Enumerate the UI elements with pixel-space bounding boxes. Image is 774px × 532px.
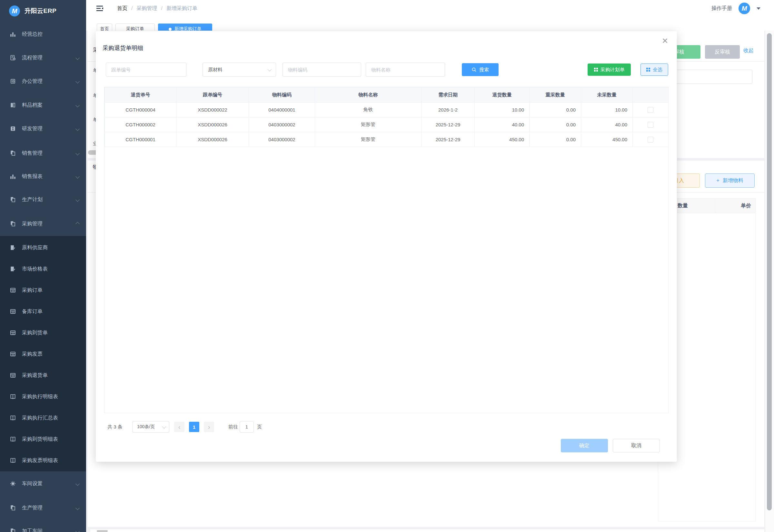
sidebar-item-purchase-invoice-detail[interactable]: 采购发票明细表: [0, 450, 86, 471]
magnifier-icon: [471, 67, 477, 72]
sidebar-item-processing-workshop[interactable]: 加工车间: [0, 525, 86, 532]
sidebar-item-label: 采购订单: [22, 287, 43, 294]
current-page-button[interactable]: 1: [189, 422, 199, 432]
sidebar-item-raw-material-suppliers[interactable]: 原料供应商: [0, 237, 86, 258]
purchase-plan-label: 采购计划单: [600, 67, 625, 73]
chevron-down-icon: [75, 127, 80, 131]
bg-bottom-strip: [90, 529, 764, 532]
table-row[interactable]: CGTH000002 XSDD000026 0403000002 矩形管 202…: [105, 117, 669, 132]
search-button[interactable]: 搜索: [462, 63, 499, 76]
sidebar-item-purchase-arrival-detail[interactable]: 采购到货明细表: [0, 429, 86, 450]
sidebar-item-business-overview[interactable]: 经营总控: [0, 28, 86, 41]
sidebar-item-purchase-arrivals[interactable]: 采购到货单: [0, 322, 86, 343]
chevron-down-icon: [75, 103, 80, 107]
sidebar-item-sales-reports[interactable]: 销售报表: [0, 170, 86, 183]
column-header-checkbox: [633, 87, 669, 103]
column-header: 未采数量: [581, 87, 633, 103]
column-header: 退货数量: [475, 87, 530, 103]
rd-badge-icon: [10, 125, 16, 132]
sidebar-item-label: 采购发票: [22, 351, 43, 358]
cell-follow-no: XSDD000022: [176, 103, 249, 117]
manual-link[interactable]: 操作手册: [711, 5, 732, 12]
row-checkbox[interactable]: [648, 107, 653, 113]
sidebar-item-rd-management[interactable]: 研发管理: [0, 122, 86, 135]
cell-material-name: 角铁: [315, 103, 422, 117]
sidebar-item-purchase-orders[interactable]: 采购订单: [0, 280, 86, 301]
book-open-icon: [10, 457, 16, 464]
breadcrumb-home[interactable]: 首页: [117, 5, 127, 12]
app-root: M 升阳云ERP 经营总控 流程管理 办公管理 料品档案 研发管理: [0, 0, 774, 532]
sidebar-item-production-management[interactable]: 生产管理: [0, 501, 86, 514]
purchase-plan-button[interactable]: 采购计划单: [588, 64, 631, 76]
cancel-button[interactable]: 取消: [613, 439, 660, 452]
next-page-button[interactable]: ›: [204, 422, 214, 432]
page-size-select[interactable]: 100条/页: [132, 421, 169, 433]
sidebar-item-label: 流程管理: [22, 54, 43, 61]
row-checkbox[interactable]: [648, 122, 653, 128]
column-header: 物料名称: [315, 87, 422, 103]
vertical-scrollbar[interactable]: [765, 31, 774, 532]
row-checkbox[interactable]: [648, 137, 653, 143]
material-name-input[interactable]: [366, 63, 445, 77]
goto-page-input[interactable]: [240, 421, 254, 433]
cell-return-qty: 10.00: [475, 103, 530, 117]
sidebar-item-material-archives[interactable]: 料品档案: [0, 99, 86, 112]
add-material-button[interactable]: + 新增物料: [705, 173, 755, 188]
breadcrumb-section[interactable]: 采购管理: [136, 5, 157, 12]
chevron-down-icon: [75, 198, 80, 202]
sidebar-item-office-management[interactable]: 办公管理: [0, 75, 86, 88]
sidebar-item-process-management[interactable]: 流程管理: [0, 51, 86, 64]
book-open-icon: [10, 415, 16, 421]
add-material-label: 新增物料: [723, 177, 743, 184]
sidebar-item-label: 原料供应商: [22, 244, 48, 251]
confirm-button[interactable]: 确定: [561, 439, 608, 452]
sidebar-item-purchase-exec-detail[interactable]: 采购执行明细表: [0, 386, 86, 407]
table-icon: [10, 351, 16, 357]
collapse-link[interactable]: 收起: [743, 47, 754, 54]
sidebar-item-sales-management[interactable]: 销售管理: [0, 147, 86, 160]
sidebar-item-workshop-settings[interactable]: 车间设置: [0, 477, 86, 490]
vertical-scrollbar-thumb[interactable]: [767, 33, 772, 510]
chevron-down-icon: [162, 424, 166, 429]
sidebar-item-market-price-list[interactable]: 市场价格表: [0, 258, 86, 280]
goto-label: 前往: [228, 424, 238, 430]
material-category-select[interactable]: 原材料: [203, 63, 276, 77]
close-icon[interactable]: ✕: [662, 37, 668, 45]
sidebar-collapse-icon[interactable]: [96, 5, 104, 12]
unaudit-button[interactable]: 反审核: [705, 45, 740, 59]
sidebar-item-label: 采购发票明细表: [22, 457, 58, 464]
user-avatar[interactable]: M: [739, 3, 750, 14]
prev-page-button[interactable]: ‹: [174, 422, 184, 432]
book-open-icon: [10, 393, 16, 400]
app-logo: M 升阳云ERP: [0, 0, 86, 22]
caret-down-icon[interactable]: [757, 7, 760, 10]
select-all-button[interactable]: 全选: [640, 64, 668, 76]
table-row[interactable]: CGTH000001 XSDD000026 0403000002 矩形管 202…: [105, 132, 669, 147]
cell-checkbox: [633, 117, 669, 132]
cell-material-code: 0403000002: [249, 132, 315, 147]
sidebar-item-stock-orders[interactable]: 备库订单: [0, 301, 86, 322]
sidebar-item-label: 料品档案: [22, 102, 43, 109]
bar-chart-icon: [10, 173, 16, 180]
select-all-label: 全选: [653, 67, 662, 73]
copy-doc-icon: [10, 221, 16, 227]
follow-no-input[interactable]: [106, 63, 186, 77]
sidebar-item-purchase-exec-summary[interactable]: 采购执行汇总表: [0, 407, 86, 429]
workflow-doc-icon: [10, 54, 16, 61]
material-code-input[interactable]: [283, 63, 361, 77]
gear-icon: [10, 480, 16, 487]
chevron-down-icon: [75, 151, 80, 155]
cell-return-qty: 40.00: [475, 117, 530, 132]
sidebar-item-label: 车间设置: [22, 480, 43, 487]
search-label: 搜索: [479, 67, 489, 73]
column-header: 重采数量: [530, 87, 581, 103]
table-row[interactable]: CGTH000004 XSDD000022 0404000001 角铁 2026…: [105, 103, 669, 117]
chevron-down-icon: [75, 482, 80, 486]
app-title: 升阳云ERP: [25, 7, 56, 15]
sidebar-item-purchase-management[interactable]: 采购管理: [0, 217, 86, 230]
sidebar-item-purchase-returns[interactable]: 采购退货单: [0, 365, 86, 386]
horizontal-scrollbar-thumb[interactable]: [97, 530, 108, 532]
sidebar-item-purchase-invoices[interactable]: 采购发票: [0, 343, 86, 365]
cell-return-no: CGTH000001: [105, 132, 176, 147]
sidebar-item-production-plan[interactable]: 生产计划: [0, 193, 86, 206]
